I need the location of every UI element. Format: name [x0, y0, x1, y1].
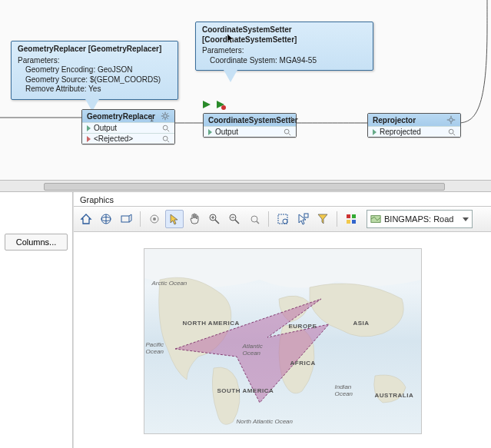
tooltip-param: Geometry Encoding: GeoJSON	[18, 65, 171, 75]
pane-divider[interactable]	[0, 180, 491, 192]
svg-point-2	[221, 105, 226, 110]
port-label: Reprojected	[380, 128, 421, 136]
svg-rect-51	[352, 220, 356, 224]
svg-line-10	[162, 118, 164, 119]
identify-icon[interactable]	[294, 210, 312, 228]
svg-line-8	[162, 113, 164, 114]
inspect-icon[interactable]	[162, 135, 170, 143]
basemap-value: BINGMAPS: Road	[384, 214, 453, 224]
port-label: Output	[215, 128, 238, 136]
svg-rect-33	[121, 216, 129, 222]
map-ocean-label: North Atlantic Ocean	[237, 418, 294, 425]
svg-rect-48	[347, 214, 350, 218]
select-icon[interactable]	[165, 210, 184, 228]
node-reprojector[interactable]: Reprojector Reprojected	[367, 113, 461, 138]
node-port-rejected[interactable]: <Rejected>	[82, 133, 174, 144]
map-continent-label: AUSTRALIA	[375, 392, 414, 399]
svg-line-11	[167, 113, 168, 114]
gear-icon[interactable]	[446, 115, 456, 124]
node-port-output[interactable]: Output	[204, 126, 296, 137]
tooltip-params-header: Parameters:	[18, 56, 171, 66]
map-continent-label: EUROPE	[289, 323, 317, 330]
display-control-icon[interactable]	[342, 210, 360, 228]
node-header[interactable]: CoordinateSystemSetter	[204, 114, 296, 126]
map-ocean-label: Pacific Ocean	[146, 341, 169, 355]
orbit-icon[interactable]	[145, 210, 164, 228]
node-title: GeometryReplacer	[87, 112, 155, 121]
tooltip-geometry-replacer: GeometryReplacer [GeometryReplacer] Para…	[11, 41, 178, 100]
node-header[interactable]: Reprojector	[368, 114, 460, 126]
chevron-down-icon	[463, 217, 469, 221]
run-with-breakpoint-icon[interactable]	[215, 99, 226, 110]
inspect-icon[interactable]	[162, 124, 170, 132]
globe-icon[interactable]	[97, 210, 115, 228]
connection-count: 1	[150, 115, 154, 123]
run-icon[interactable]	[201, 99, 212, 110]
pan-icon[interactable]	[185, 210, 204, 228]
zoom-extent-icon[interactable]	[245, 210, 264, 228]
svg-point-23	[450, 118, 453, 122]
svg-rect-47	[304, 214, 308, 217]
zoom-in-icon[interactable]	[205, 210, 224, 228]
filter-icon[interactable]	[314, 210, 332, 228]
svg-point-35	[153, 217, 156, 221]
svg-point-3	[164, 114, 168, 118]
gear-icon[interactable]	[161, 111, 170, 121]
node-title: Reprojector	[373, 116, 416, 124]
map-continent-label: AFRICA	[290, 360, 316, 367]
svg-point-14	[163, 136, 168, 141]
node-geometry-replacer[interactable]: GeometryReplacer Output <Rejected>	[81, 109, 175, 144]
node-header[interactable]: GeometryReplacer	[82, 110, 174, 122]
node-port-output[interactable]: Output	[82, 122, 174, 133]
columns-button[interactable]: Columns...	[5, 234, 68, 251]
tooltip-title: CoordinateSystemSetter [CoordinateSystem…	[202, 25, 367, 45]
toolbar-separator	[140, 211, 141, 227]
inspect-icon[interactable]	[284, 128, 291, 136]
node-coordinate-system-setter[interactable]: CoordinateSystemSetter Output	[203, 113, 297, 138]
scrollbar-thumb[interactable]	[44, 183, 445, 191]
inspect-icon[interactable]	[448, 128, 456, 136]
map-ocean-label: Arctic Ocean	[152, 280, 187, 287]
svg-line-22	[289, 133, 291, 135]
node-port-reprojected[interactable]: Reprojected	[368, 126, 460, 137]
map-svg	[144, 249, 421, 433]
svg-point-12	[163, 125, 168, 130]
lower-pane: Columns... Graphics BINGMAPS: Road	[0, 192, 491, 448]
tooltip-param: Coordinate System: MGA94-55	[202, 56, 367, 66]
map-view[interactable]: Arctic Ocean NORTH AMERICA SOUTH AMERICA…	[144, 248, 422, 434]
tooltip-param: Geometry Source: $(GEOM_COORDS)	[18, 75, 171, 85]
map-continent-label: NORTH AMERICA	[183, 320, 240, 327]
node-title: CoordinateSystemSetter	[208, 116, 298, 124]
map-continent-label: SOUTH AMERICA	[217, 387, 274, 394]
zoom-out-icon[interactable]	[225, 210, 244, 228]
node-mini-toolbar[interactable]	[201, 99, 226, 110]
graphics-toolbar: BINGMAPS: Road	[74, 206, 491, 232]
port-label: Output	[94, 124, 117, 132]
graphics-label: Graphics	[74, 192, 491, 206]
svg-line-29	[453, 133, 456, 135]
port-label: <Rejected>	[94, 134, 133, 143]
graphics-panel: Graphics BINGMAPS: Road	[73, 192, 491, 448]
view-3d-icon[interactable]	[117, 210, 135, 228]
svg-point-46	[283, 219, 287, 224]
workflow-canvas[interactable]: GeometryReplacer [GeometryReplacer] Para…	[0, 0, 491, 180]
toolbar-separator	[268, 211, 269, 227]
svg-point-28	[449, 129, 453, 134]
left-column: Columns...	[0, 192, 73, 448]
connection-count: 1	[290, 115, 294, 123]
map-icon	[370, 214, 381, 224]
tooltip-coordinate-system-setter: CoordinateSystemSetter [CoordinateSystem…	[195, 22, 373, 71]
zoom-selection-icon[interactable]	[274, 210, 292, 228]
home-icon[interactable]	[77, 210, 95, 228]
tooltip-title: GeometryReplacer [GeometryReplacer]	[18, 45, 171, 55]
tooltip-param: Remove Attribute: Yes	[18, 85, 171, 95]
map-container: Arctic Ocean NORTH AMERICA SOUTH AMERICA…	[74, 232, 491, 448]
svg-line-13	[168, 129, 170, 131]
svg-line-15	[168, 140, 170, 142]
svg-line-41	[235, 220, 239, 224]
basemap-dropdown[interactable]: BINGMAPS: Road	[367, 210, 473, 228]
svg-point-43	[251, 216, 257, 222]
tooltip-params-header: Parameters:	[202, 46, 367, 56]
map-ocean-label: Atlantic Ocean	[243, 343, 274, 357]
svg-line-37	[215, 220, 219, 224]
